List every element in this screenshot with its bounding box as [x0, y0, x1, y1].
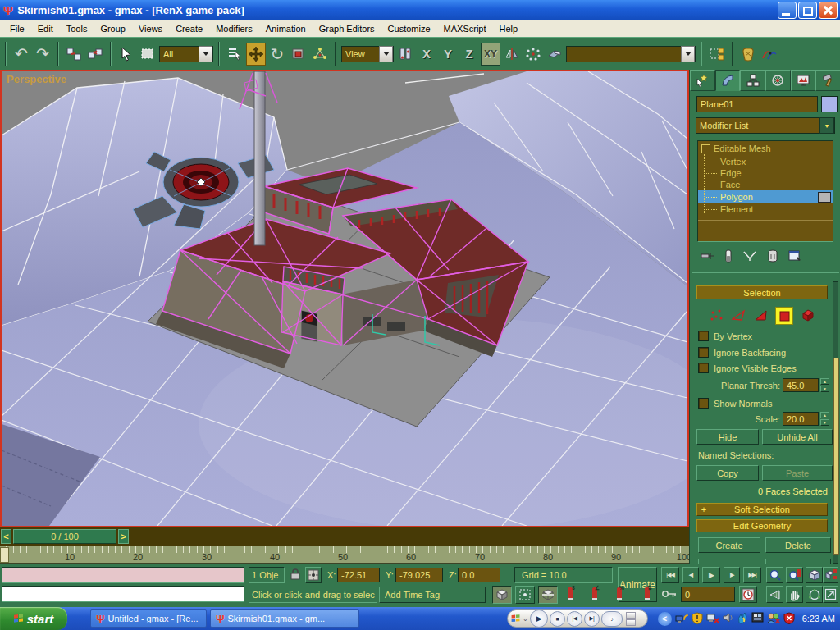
menu-file[interactable]: File — [3, 21, 31, 36]
stack-onoff-icon[interactable] — [818, 192, 831, 203]
display-tab-icon[interactable] — [791, 70, 816, 91]
panel-scrollbar-thumb[interactable] — [833, 358, 839, 555]
user-accounts-alert-icon[interactable] — [767, 612, 780, 626]
time-slider[interactable]: 0 / 100 — [13, 529, 116, 544]
object-name-field[interactable]: Plane01 — [696, 96, 818, 112]
angle-snap-icon[interactable]: ∠ — [592, 587, 597, 600]
current-frame-field[interactable]: 0 — [681, 587, 735, 602]
edge-subobject-icon[interactable] — [731, 308, 746, 324]
snap-toggle-3d-icon[interactable]: 3 — [568, 587, 573, 600]
hide-button[interactable]: Hide — [696, 429, 759, 445]
restrict-x-icon[interactable]: X — [417, 43, 436, 66]
undo-icon[interactable]: ↶ — [11, 43, 31, 66]
menu-maxscript[interactable]: MAXScript — [437, 21, 493, 36]
render-icon[interactable] — [738, 43, 758, 66]
edit-geometry-rollout-header[interactable]: - Edit Geometry — [696, 519, 828, 532]
minimize-button[interactable] — [778, 2, 797, 19]
ignore-backfacing-checkbox[interactable]: Ignore Backfacing — [698, 347, 786, 358]
menu-views[interactable]: Views — [132, 21, 169, 36]
z-coordinate-field[interactable]: 0.0 — [458, 568, 500, 582]
select-and-move-icon[interactable] — [246, 43, 266, 66]
by-vertex-checkbox[interactable]: By Vertex — [698, 331, 752, 341]
x-coordinate-field[interactable]: -72.51 — [337, 568, 380, 582]
planar-thresh-spinner[interactable]: ▲▼ — [820, 378, 829, 392]
manipulate-icon[interactable] — [310, 43, 330, 66]
modify-tab-icon[interactable] — [715, 70, 741, 91]
start-button[interactable]: start — [0, 607, 67, 630]
soft-selection-rollout-header[interactable]: + Soft Selection — [696, 503, 828, 516]
create-tab-icon[interactable] — [690, 70, 715, 91]
network-status-icon[interactable] — [675, 612, 688, 626]
align-icon[interactable] — [545, 43, 564, 66]
viewport-canvas[interactable] — [2, 71, 687, 526]
absolute-offset-mode-icon[interactable] — [305, 567, 322, 583]
create-button[interactable]: Create — [698, 537, 760, 553]
named-selection-set-dropdown[interactable] — [566, 46, 696, 62]
menu-group[interactable]: Group — [94, 21, 132, 36]
zoom-all-icon[interactable] — [786, 567, 803, 583]
motion-tab-icon[interactable] — [765, 70, 791, 91]
frame-forward-icon[interactable]: > — [118, 529, 129, 544]
mirror-icon[interactable] — [502, 43, 522, 66]
restrict-z-icon[interactable]: Z — [459, 43, 479, 66]
checkbox-box[interactable] — [698, 363, 709, 373]
element-subobject-icon[interactable] — [801, 308, 815, 324]
menu-animation[interactable]: Animation — [259, 21, 313, 36]
stack-row-vertex[interactable]: Vertex — [698, 156, 833, 167]
go-to-start-icon[interactable]: |◀◀ — [661, 567, 679, 583]
reference-coordsys-dropdown[interactable]: View — [341, 46, 394, 62]
wmp-stop-button[interactable]: ■ — [550, 611, 565, 627]
menu-edit[interactable]: Edit — [31, 21, 60, 36]
select-and-link-icon[interactable] — [64, 43, 84, 66]
selection-rollout-header[interactable]: - Selection — [696, 285, 828, 299]
selection-lock-icon[interactable] — [289, 568, 302, 582]
checkbox-box[interactable] — [698, 398, 709, 409]
zoom-icon[interactable] — [766, 567, 783, 583]
array-icon[interactable] — [523, 43, 543, 66]
crossing-selection-icon[interactable] — [538, 586, 558, 604]
next-frame-icon[interactable]: |▶ — [724, 567, 740, 583]
menu-graph-editors[interactable]: Graph Editors — [313, 21, 381, 36]
close-button[interactable] — [819, 2, 838, 19]
configure-modifier-sets-icon[interactable] — [788, 249, 803, 264]
add-time-tag-button[interactable]: Add Time Tag — [379, 587, 486, 603]
zoom-extents-all-icon[interactable] — [823, 567, 838, 583]
dropdown-arrow-icon[interactable] — [199, 46, 212, 62]
collapse-minus-icon[interactable]: − — [701, 144, 710, 153]
selection-brackets-icon[interactable] — [515, 586, 535, 604]
show-normals-checkbox[interactable]: Show Normals — [698, 398, 773, 409]
select-and-scale-icon[interactable] — [289, 43, 308, 66]
title-bar[interactable]: Ψ Skirmish01.gmax - gmax - [RenX game pa… — [0, 0, 840, 20]
arc-rotate-icon[interactable] — [806, 586, 823, 603]
min-max-toggle-icon[interactable] — [823, 586, 838, 603]
frame-back-icon[interactable]: < — [1, 529, 11, 544]
stack-row-editable-mesh[interactable]: − Editable Mesh — [698, 141, 833, 156]
checkbox-box[interactable] — [698, 331, 709, 341]
redo-icon[interactable]: ↷ — [33, 43, 52, 66]
checkbox-box[interactable] — [698, 347, 709, 358]
wmp-volume-button[interactable]: ♪ — [601, 611, 623, 627]
ignore-visible-edges-checkbox[interactable]: Ignore Visible Edges — [698, 363, 797, 373]
stack-row-face[interactable]: Face — [698, 179, 833, 190]
select-and-rotate-icon[interactable]: ↻ — [267, 43, 287, 66]
scale-field[interactable]: 20.0 — [783, 412, 819, 426]
selection-filter-dropdown[interactable]: All — [159, 46, 213, 62]
vertex-subobject-icon[interactable] — [710, 308, 724, 324]
polygon-subobject-icon-active[interactable] — [775, 307, 793, 325]
display-settings-icon[interactable] — [751, 612, 764, 625]
stack-row-element[interactable]: Element — [698, 203, 833, 215]
paste-button[interactable]: Paste — [762, 465, 833, 481]
restrict-xy-plane-icon[interactable]: XY — [481, 43, 500, 66]
restrict-y-icon[interactable]: Y — [438, 43, 458, 66]
utilities-tab-icon[interactable] — [815, 70, 840, 91]
deskband-handle[interactable] — [626, 612, 636, 626]
security-alert-shield-icon[interactable] — [692, 612, 703, 626]
network-disconnected-icon[interactable] — [706, 612, 719, 626]
modifier-list-dropdown[interactable]: Modifier List ▼ — [696, 117, 835, 134]
key-mode-icon[interactable] — [661, 589, 678, 600]
pan-view-icon[interactable] — [786, 586, 803, 603]
wmp-play-button[interactable]: ▶ — [530, 609, 548, 628]
pin-stack-icon[interactable] — [700, 250, 714, 263]
previous-frame-icon[interactable]: ◀| — [682, 567, 699, 583]
curve-editor-icon[interactable] — [760, 43, 779, 66]
